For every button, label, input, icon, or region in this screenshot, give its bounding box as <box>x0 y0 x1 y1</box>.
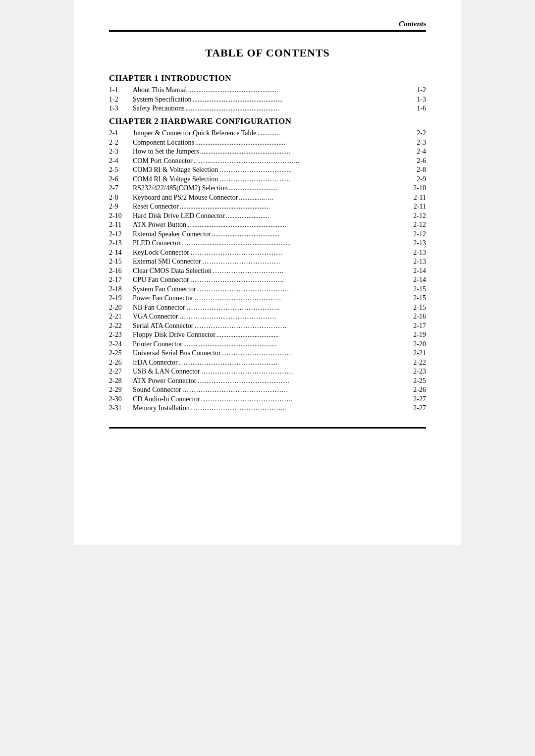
toc-entry-page: 2-4 <box>407 148 426 156</box>
toc-entry: 2-23Floppy Disk Drive Connector ........… <box>109 331 426 339</box>
toc-entry-dots: …………………………………. <box>196 285 407 293</box>
toc-entry-title: CPU Fan Connector <box>133 276 189 284</box>
toc-entry-title: RS232/422/485(COM2) Selection <box>133 184 228 192</box>
chapter-heading-chapter2: CHAPTER 2 HARDWARE CONFIGURATION <box>109 116 426 126</box>
toc-entry-title: Hard Disk Drive LED Connector <box>133 212 225 220</box>
toc-entry-num: 2-28 <box>109 377 133 385</box>
toc-entry: 2-20NB Fan Connector …………………………………..2-15 <box>109 304 426 312</box>
toc-entry-dots: ……………………………………. <box>178 359 407 367</box>
toc-entry-title: Serial ATA Connector <box>133 322 194 330</box>
toc-entry-num: 2-20 <box>109 304 133 312</box>
toc-entry: 2-25Universal Serial Bus Connector ……………… <box>109 349 426 357</box>
toc-entry-dots: ………………………………….. <box>189 276 407 284</box>
toc-entry-num: 2-4 <box>109 157 133 165</box>
toc-entry: 2-5COM3 RI & Voltage Selection ………………………… <box>109 166 426 174</box>
toc-entry-dots: ........................................… <box>187 86 407 94</box>
toc-entry-page: 2-27 <box>407 395 426 403</box>
toc-entry-num: 2-3 <box>109 148 133 156</box>
toc-entry-page: 2-13 <box>407 249 426 257</box>
toc-entry-dots: ………………………………………. <box>181 386 407 394</box>
toc-entry-title: Floppy Disk Drive Connector <box>133 331 215 339</box>
toc-entry-title: IrDA Connector <box>133 359 178 367</box>
toc-entry-page: 2-11 <box>407 194 426 202</box>
toc-entry-num: 2-11 <box>109 221 133 229</box>
toc-entry-dots: ........................................… <box>192 96 407 104</box>
toc-entry-page: 2-26 <box>407 386 426 394</box>
toc-entry-title: External SMI Connector <box>133 258 201 266</box>
toc-entry-title: COM Port Connector <box>133 157 193 165</box>
toc-entry-num: 2-5 <box>109 166 133 174</box>
toc-entry-title: Sound Connector <box>133 386 181 394</box>
toc-entry-num: 2-9 <box>109 203 133 211</box>
toc-entry-title: Power Fan Connector <box>133 294 193 302</box>
page-title: TABLE OF CONTENTS <box>109 47 426 59</box>
toc-entry-num: 2-8 <box>109 194 133 202</box>
toc-entry-page: 2-17 <box>407 322 426 330</box>
toc-entry-page: 2-8 <box>407 166 426 174</box>
toc-entry-page: 2-15 <box>407 294 426 302</box>
toc-entry-page: 2-11 <box>407 203 426 211</box>
toc-entry: 2-11ATX Power Button …..................… <box>109 221 426 229</box>
toc-entry: 2-10Hard Disk Drive LED Connector ......… <box>109 212 426 220</box>
toc-entry-num: 2-29 <box>109 386 133 394</box>
toc-entry-page: 2-20 <box>407 340 426 348</box>
toc-entry: 2-24Printer Connector ..................… <box>109 340 426 348</box>
toc-entry: 2-1Jumper & Connector Quick Reference Ta… <box>109 129 426 137</box>
toc-entry-title: KeyLock Connector <box>133 249 189 257</box>
toc-entry-dots: ........................................… <box>182 340 407 348</box>
toc-entry: 2-14KeyLock Connector ………………………………….2-13 <box>109 249 426 257</box>
toc-entry-num: 2-7 <box>109 184 133 192</box>
toc-entry: 2-31Memory Installation …………………………………...… <box>109 404 426 412</box>
toc-entry-page: 2-13 <box>407 239 426 247</box>
toc-entry-title: PLED Connector <box>133 239 181 247</box>
toc-entry-dots: …………………………. <box>218 175 407 183</box>
toc-entry: 2-2Component Locations .................… <box>109 139 426 147</box>
toc-entry-num: 2-23 <box>109 331 133 339</box>
toc-entry-page: 2-16 <box>407 313 426 321</box>
toc-entry-num: 2-27 <box>109 368 133 376</box>
toc-entry-title: Safety Precautions <box>133 105 185 112</box>
toc-entry: 1-1About This Manual....................… <box>109 86 426 94</box>
toc-entry-dots: ........................................… <box>179 203 407 211</box>
toc-entry-dots: …………………………………. <box>189 249 407 257</box>
toc-entry: 2-4COM Port Connector ……..………………………………..… <box>109 157 426 165</box>
toc-entry-dots: ….......................................… <box>186 221 407 229</box>
toc-entry: 2-19Power Fan Connector ………………………………..2-… <box>109 294 426 302</box>
toc-entry-num: 2-31 <box>109 404 133 412</box>
toc-entry-dots: ……………………………. <box>201 258 407 266</box>
toc-entry-title: VGA Connector <box>133 313 178 321</box>
toc-entry-num: 1-3 <box>109 105 133 112</box>
toc-entry-title: NB Fan Connector <box>133 304 185 312</box>
toc-entry: 2-3How to Set the Jumpers ..............… <box>109 148 426 156</box>
toc-entry-title: System Fan Connector <box>133 285 196 293</box>
toc-entry-page: 2-14 <box>407 267 426 275</box>
toc-entry-page: 2-2 <box>407 129 426 137</box>
toc-entry-title: Reset Connector <box>133 203 179 211</box>
toc-entry-page: 2-23 <box>407 368 426 376</box>
toc-entry-page: 2-22 <box>407 359 426 367</box>
toc-entry-num: 2-17 <box>109 276 133 284</box>
toc-entry-num: 2-22 <box>109 322 133 330</box>
toc-entry-page: 1-6 <box>407 105 426 112</box>
toc-entry-dots: .................................... <box>215 331 407 339</box>
toc-entry-dots: …………………………………. <box>196 377 407 385</box>
toc-entry-page: 2-14 <box>407 276 426 284</box>
toc-entry: 2-16Clear CMOS Data Selection …………………………… <box>109 267 426 275</box>
toc-entry-page: 2-27 <box>407 404 426 412</box>
toc-entry-dots: …………………………………. <box>200 395 407 403</box>
toc-entry-title: Clear CMOS Data Selection <box>133 267 212 275</box>
toc-entry-num: 2-1 <box>109 129 133 137</box>
page-header: Contents <box>109 20 426 32</box>
toc-entry-page: 2-6 <box>407 157 426 165</box>
toc-entry-num: 2-16 <box>109 267 133 275</box>
toc-entry-page: 2-12 <box>407 230 426 238</box>
toc-entry-page: 2-25 <box>407 377 426 385</box>
toc-entry-page: 1-3 <box>407 96 426 104</box>
toc-entry-dots: …………………………………. <box>194 322 407 330</box>
toc-entry-page: 2-19 <box>407 331 426 339</box>
toc-entry: 2-22Serial ATA Connector ………………………………….2… <box>109 322 426 330</box>
toc-entry-dots: ...............…. <box>238 194 407 202</box>
toc-entry: 1-3Safety Precautions...................… <box>109 105 426 112</box>
toc-entry-dots: ........................................… <box>199 148 407 156</box>
toc-entry-dots: ……..………………………………... <box>193 157 407 165</box>
